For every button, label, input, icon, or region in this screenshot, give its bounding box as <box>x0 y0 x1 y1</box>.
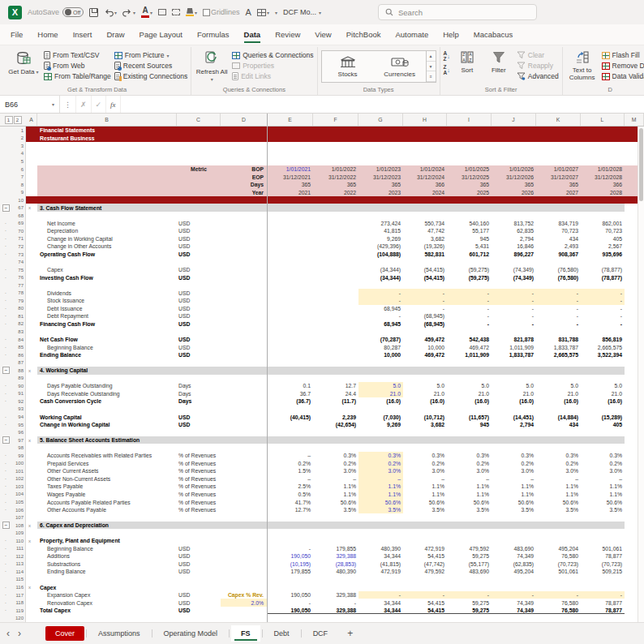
cell-F78[interactable] <box>313 289 358 297</box>
ribbon-tab-view[interactable]: View <box>307 26 338 45</box>
cell-G105[interactable]: 50.6% <box>358 498 403 506</box>
cell-C83[interactable] <box>177 328 221 336</box>
filter-button[interactable]: Filter <box>484 48 513 74</box>
cell-I116[interactable] <box>447 583 492 591</box>
gallery-scroll[interactable]: ▲ ▼ ≡ <box>426 51 436 82</box>
cell-G92[interactable]: (16.0) <box>358 397 403 406</box>
cell-L75[interactable]: (78,877) <box>581 266 625 274</box>
cell-D4[interactable] <box>221 150 268 158</box>
cell-B1[interactable]: Financial Statements <box>37 127 177 135</box>
cell-A95[interactable] <box>26 421 37 429</box>
cell-A109[interactable] <box>26 529 37 537</box>
cell-I4[interactable] <box>447 150 492 158</box>
cell-F97[interactable] <box>313 436 358 444</box>
cell-G118[interactable]: 34,344 <box>358 599 403 607</box>
cell-D96[interactable] <box>221 428 268 436</box>
cell-B83[interactable] <box>37 328 177 336</box>
cell-B109[interactable] <box>37 529 177 537</box>
cell-J109[interactable] <box>492 529 536 537</box>
cell-J111[interactable]: 483,690 <box>492 545 536 553</box>
cell-C88[interactable] <box>177 367 221 375</box>
cell-J90[interactable]: 5.0 <box>492 382 536 390</box>
cell-I101[interactable]: 3.0% <box>447 467 492 475</box>
cell-A78[interactable] <box>26 289 37 297</box>
cell-F119[interactable]: 329,388 <box>313 607 358 615</box>
cell-D91[interactable] <box>221 390 268 398</box>
outline-collapse-icon[interactable]: − <box>2 522 10 529</box>
cell-J80[interactable]: - <box>492 305 536 313</box>
cell-H93[interactable] <box>403 406 447 414</box>
cell-J96[interactable] <box>492 428 536 436</box>
cell-K103[interactable]: 1.1% <box>536 483 581 491</box>
cell-I98[interactable] <box>447 444 492 452</box>
cell-B101[interactable]: Other Current Assets <box>37 467 177 475</box>
cell-I67[interactable] <box>447 204 492 212</box>
cell-D72[interactable] <box>221 243 268 251</box>
cell-H5[interactable] <box>403 157 447 165</box>
cell-I90[interactable]: 5.0 <box>447 382 492 390</box>
cell-F85[interactable] <box>313 343 358 351</box>
cell-I88[interactable] <box>447 367 492 375</box>
cell-L103[interactable]: 1.1% <box>581 483 625 491</box>
autosave-toggle[interactable]: Off <box>62 7 84 17</box>
cell-K75[interactable]: (76,580) <box>536 266 581 274</box>
cell-I97[interactable] <box>447 436 492 444</box>
cell-B106[interactable]: Other Accounts Payable <box>37 506 177 514</box>
cell-J115[interactable] <box>492 576 536 584</box>
cell-G91[interactable]: 21.0 <box>358 390 403 398</box>
cell-C82[interactable]: USD <box>177 320 221 328</box>
formula-input[interactable] <box>121 96 644 113</box>
cell-E69[interactable] <box>268 220 313 228</box>
row-number-97[interactable]: 97 <box>11 436 26 444</box>
cell-B120[interactable] <box>37 614 177 622</box>
cell-B86[interactable]: Ending Balance <box>37 351 177 359</box>
cell-B113[interactable]: Substractions <box>37 560 177 569</box>
cell-K6[interactable]: 1/01/2027 <box>536 165 581 174</box>
cell-K118[interactable]: 76,580 <box>536 599 581 607</box>
cell-I8[interactable]: 365 <box>447 181 492 189</box>
cell-A116[interactable]: x <box>26 583 37 591</box>
cell-D116[interactable] <box>221 583 268 591</box>
cell-B68[interactable] <box>37 212 177 220</box>
cell-G96[interactable] <box>358 428 403 436</box>
cell-E94[interactable]: (40,415) <box>268 413 313 421</box>
cell-B70[interactable]: Depreciation <box>37 227 177 235</box>
cell-D93[interactable] <box>221 406 268 414</box>
cell-G120[interactable] <box>358 614 403 622</box>
cell-G2[interactable] <box>358 135 403 143</box>
cell-C85[interactable]: USD <box>177 343 221 351</box>
cell-F114[interactable]: 480,390 <box>313 568 358 576</box>
cell-I76[interactable]: (59,275) <box>447 273 492 281</box>
cell-I77[interactable] <box>447 281 492 290</box>
recent-sources-button[interactable]: Recent Sources <box>114 62 187 70</box>
cell-A87[interactable] <box>26 358 37 367</box>
cell-G109[interactable] <box>358 529 403 537</box>
cell-I115[interactable] <box>447 576 492 584</box>
cell-J72[interactable]: 16,846 <box>492 243 536 251</box>
row-number-106[interactable]: 106 <box>11 506 26 514</box>
cell-G93[interactable] <box>358 406 403 414</box>
cell-C5[interactable] <box>177 157 221 165</box>
cell-E103[interactable]: 2.5% <box>268 483 313 491</box>
ribbon-tab-macabacus[interactable]: Macabacus <box>466 26 521 45</box>
row-number-120[interactable]: 120 <box>11 614 26 622</box>
cell-E101[interactable]: 1.5% <box>268 467 313 475</box>
cell-G10[interactable] <box>358 196 403 204</box>
row-number-74[interactable]: 74 <box>11 258 26 266</box>
cell-K10[interactable] <box>536 196 581 204</box>
cell-I85[interactable]: 469,472 <box>447 343 492 351</box>
cell-I110[interactable] <box>447 537 492 545</box>
cell-H87[interactable] <box>403 358 447 367</box>
cell-A118[interactable] <box>26 599 37 607</box>
cell-F96[interactable] <box>313 428 358 436</box>
ribbon-tab-formulas[interactable]: Formulas <box>190 26 237 45</box>
cell-J82[interactable]: - <box>492 320 536 328</box>
cell-B85[interactable]: Beginning Balance <box>37 343 177 351</box>
cell-C109[interactable] <box>177 529 221 537</box>
row-number-79[interactable]: 79 <box>11 297 26 305</box>
cell-B82[interactable]: Financing Cash Flow <box>37 320 177 328</box>
cell-C2[interactable] <box>177 135 221 143</box>
cell-G83[interactable] <box>358 328 403 336</box>
cell-E82[interactable] <box>268 320 313 328</box>
cell-C68[interactable] <box>177 212 221 220</box>
